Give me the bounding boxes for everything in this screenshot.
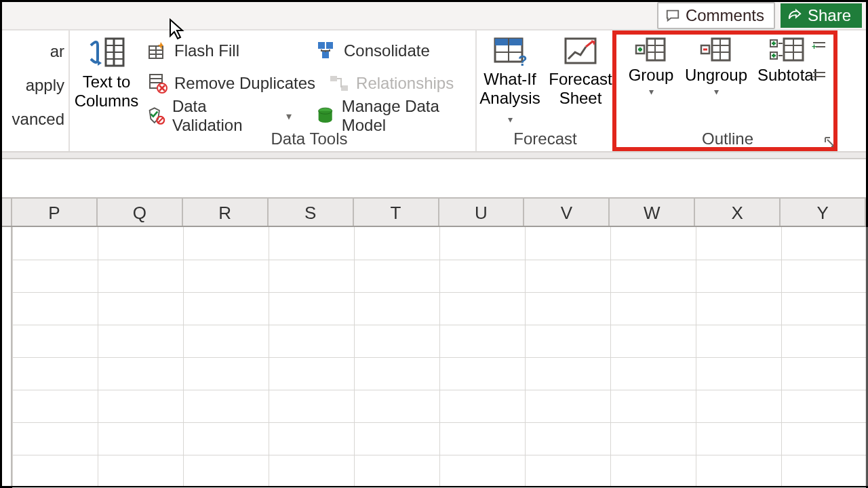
data-model-icon (316, 106, 334, 126)
remove-duplicates-button[interactable]: Remove Duplicates (147, 73, 315, 94)
relationships-label: Relationships (356, 74, 454, 93)
column-headers: P Q R S T U V W X Y (2, 197, 866, 227)
app-frame: Comments Share ar apply vanced (0, 0, 868, 488)
consolidate-button[interactable]: Consolidate (317, 41, 430, 61)
what-if-label-2: Analysis (479, 89, 540, 107)
outline-group-label: Outline (615, 129, 840, 148)
text-to-columns-label-1: Text to (83, 73, 131, 91)
row-header-gutter[interactable] (2, 227, 12, 486)
chevron-down-icon[interactable]: ▾ (286, 110, 292, 123)
comments-label: Comments (686, 6, 764, 25)
group-button[interactable]: Group ▾ (629, 36, 673, 97)
column-header[interactable]: V (524, 199, 610, 226)
text-to-columns-button[interactable]: Text toColumns (70, 30, 143, 151)
svg-text:−: − (812, 72, 816, 81)
forecast-group: ? What-IfAnalysis ▾ ForecastSheet Foreca… (477, 30, 614, 151)
ungroup-label: Ungroup (685, 66, 747, 84)
column-header[interactable]: X (695, 199, 781, 226)
data-tools-group-label: Data Tools (143, 129, 475, 148)
outline-group: Group ▾ Ungroup ▾ (615, 30, 840, 151)
comments-button[interactable]: Comments (657, 2, 775, 29)
group-icon (635, 36, 667, 63)
svg-line-19 (158, 118, 163, 123)
text-to-columns-label-2: Columns (75, 92, 139, 110)
show-detail-icon[interactable]: + (812, 40, 828, 51)
subtotal-label: Subtotal (757, 66, 817, 84)
data-validation-icon (147, 106, 165, 126)
sort-filter-group-partial: ar apply vanced (2, 30, 68, 151)
clear-button[interactable]: ar (50, 42, 64, 61)
worksheet-grid[interactable] (2, 227, 866, 486)
reapply-button[interactable]: apply (26, 76, 64, 95)
chevron-down-icon[interactable]: ▾ (714, 86, 719, 97)
ribbon-bottom-edge (2, 151, 866, 159)
remove-duplicates-label: Remove Duplicates (174, 74, 315, 93)
svg-rect-16 (330, 76, 337, 81)
column-header[interactable]: T (354, 199, 439, 226)
column-header[interactable]: R (183, 199, 269, 226)
group-label: Group (629, 66, 674, 84)
column-header[interactable]: U (439, 199, 525, 226)
what-if-icon: ? (491, 36, 529, 67)
forecast-sheet-label-2: Sheet (559, 89, 602, 107)
svg-rect-9 (318, 42, 325, 49)
advanced-button[interactable]: vanced (12, 110, 64, 129)
comment-icon (665, 8, 680, 23)
forecast-sheet-label-1: Forecast (549, 70, 612, 88)
flash-fill-label: Flash Fill (174, 41, 239, 60)
what-if-label-1: What-If (484, 70, 536, 88)
chevron-down-icon: ▾ (508, 114, 513, 125)
chevron-down-icon[interactable]: ▾ (649, 86, 654, 97)
ungroup-icon (700, 36, 732, 63)
remove-duplicates-icon (147, 73, 167, 94)
consolidate-icon (317, 41, 337, 61)
hide-detail-icon[interactable]: − (812, 70, 828, 81)
column-header[interactable]: W (610, 199, 695, 226)
forecast-sheet-icon (561, 36, 599, 67)
select-all-corner[interactable] (2, 199, 12, 226)
column-header[interactable]: Y (781, 199, 866, 226)
ungroup-button[interactable]: Ungroup ▾ (687, 36, 745, 97)
flash-fill-button[interactable]: Flash Fill (147, 41, 239, 61)
consolidate-label: Consolidate (344, 41, 430, 60)
svg-text:?: ? (518, 52, 527, 67)
relationships-button: Relationships (329, 73, 454, 94)
share-label: Share (808, 6, 851, 25)
text-to-columns-icon (87, 36, 126, 68)
share-button[interactable]: Share (781, 3, 862, 28)
column-header[interactable]: Q (98, 199, 183, 226)
ribbon: ar apply vanced Text toColumns (2, 30, 866, 152)
column-header[interactable]: S (269, 199, 354, 226)
title-bar: Comments Share (2, 2, 866, 30)
svg-text:+: + (812, 42, 816, 51)
data-tools-group: Flash Fill Consolidate (143, 30, 475, 151)
flash-fill-icon (147, 41, 167, 61)
share-icon (787, 8, 802, 23)
svg-rect-11 (322, 52, 329, 58)
relationships-icon (329, 73, 349, 94)
subtotal-button[interactable]: Subtotal (759, 36, 816, 97)
column-header[interactable]: P (12, 199, 98, 226)
subtotal-icon (769, 36, 806, 63)
svg-rect-10 (326, 42, 333, 49)
forecast-group-label: Forecast (477, 129, 614, 148)
